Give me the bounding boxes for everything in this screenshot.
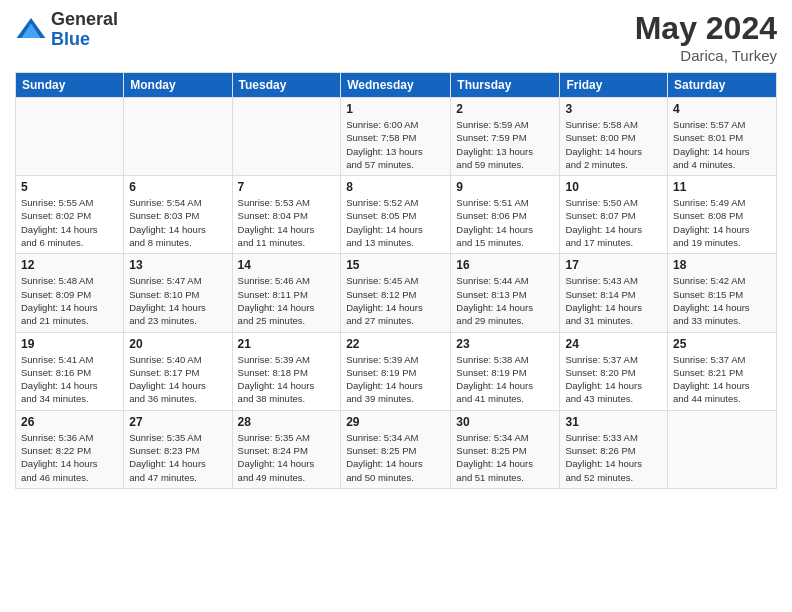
table-row: 2Sunrise: 5:59 AMSunset: 7:59 PMDaylight… bbox=[451, 98, 560, 176]
day-info: Sunrise: 5:44 AMSunset: 8:13 PMDaylight:… bbox=[456, 274, 554, 327]
logo-general-text: General bbox=[51, 10, 118, 30]
day-info: Sunrise: 5:55 AMSunset: 8:02 PMDaylight:… bbox=[21, 196, 118, 249]
table-row: 26Sunrise: 5:36 AMSunset: 8:22 PMDayligh… bbox=[16, 410, 124, 488]
table-row: 7Sunrise: 5:53 AMSunset: 8:04 PMDaylight… bbox=[232, 176, 341, 254]
day-number: 20 bbox=[129, 337, 226, 351]
table-row: 3Sunrise: 5:58 AMSunset: 8:00 PMDaylight… bbox=[560, 98, 668, 176]
day-number: 17 bbox=[565, 258, 662, 272]
day-number: 23 bbox=[456, 337, 554, 351]
day-number: 27 bbox=[129, 415, 226, 429]
table-row: 8Sunrise: 5:52 AMSunset: 8:05 PMDaylight… bbox=[341, 176, 451, 254]
table-row: 18Sunrise: 5:42 AMSunset: 8:15 PMDayligh… bbox=[668, 254, 777, 332]
table-row: 15Sunrise: 5:45 AMSunset: 8:12 PMDayligh… bbox=[341, 254, 451, 332]
calendar-header-row: Sunday Monday Tuesday Wednesday Thursday… bbox=[16, 73, 777, 98]
day-info: Sunrise: 5:36 AMSunset: 8:22 PMDaylight:… bbox=[21, 431, 118, 484]
day-number: 14 bbox=[238, 258, 336, 272]
day-number: 25 bbox=[673, 337, 771, 351]
location: Darica, Turkey bbox=[635, 47, 777, 64]
logo-text: General Blue bbox=[51, 10, 118, 50]
table-row: 19Sunrise: 5:41 AMSunset: 8:16 PMDayligh… bbox=[16, 332, 124, 410]
day-number: 4 bbox=[673, 102, 771, 116]
table-row: 4Sunrise: 5:57 AMSunset: 8:01 PMDaylight… bbox=[668, 98, 777, 176]
day-number: 24 bbox=[565, 337, 662, 351]
calendar-week-row: 19Sunrise: 5:41 AMSunset: 8:16 PMDayligh… bbox=[16, 332, 777, 410]
table-row: 30Sunrise: 5:34 AMSunset: 8:25 PMDayligh… bbox=[451, 410, 560, 488]
day-number: 6 bbox=[129, 180, 226, 194]
day-info: Sunrise: 5:59 AMSunset: 7:59 PMDaylight:… bbox=[456, 118, 554, 171]
day-number: 16 bbox=[456, 258, 554, 272]
day-info: Sunrise: 5:47 AMSunset: 8:10 PMDaylight:… bbox=[129, 274, 226, 327]
day-info: Sunrise: 5:34 AMSunset: 8:25 PMDaylight:… bbox=[456, 431, 554, 484]
day-number: 8 bbox=[346, 180, 445, 194]
day-info: Sunrise: 5:42 AMSunset: 8:15 PMDaylight:… bbox=[673, 274, 771, 327]
day-info: Sunrise: 5:37 AMSunset: 8:21 PMDaylight:… bbox=[673, 353, 771, 406]
day-info: Sunrise: 5:35 AMSunset: 8:23 PMDaylight:… bbox=[129, 431, 226, 484]
day-number: 12 bbox=[21, 258, 118, 272]
day-info: Sunrise: 5:46 AMSunset: 8:11 PMDaylight:… bbox=[238, 274, 336, 327]
table-row: 9Sunrise: 5:51 AMSunset: 8:06 PMDaylight… bbox=[451, 176, 560, 254]
day-info: Sunrise: 5:57 AMSunset: 8:01 PMDaylight:… bbox=[673, 118, 771, 171]
day-info: Sunrise: 5:39 AMSunset: 8:18 PMDaylight:… bbox=[238, 353, 336, 406]
title-block: May 2024 Darica, Turkey bbox=[635, 10, 777, 64]
day-info: Sunrise: 5:51 AMSunset: 8:06 PMDaylight:… bbox=[456, 196, 554, 249]
day-info: Sunrise: 5:39 AMSunset: 8:19 PMDaylight:… bbox=[346, 353, 445, 406]
table-row: 25Sunrise: 5:37 AMSunset: 8:21 PMDayligh… bbox=[668, 332, 777, 410]
col-thursday: Thursday bbox=[451, 73, 560, 98]
calendar-week-row: 12Sunrise: 5:48 AMSunset: 8:09 PMDayligh… bbox=[16, 254, 777, 332]
day-info: Sunrise: 5:58 AMSunset: 8:00 PMDaylight:… bbox=[565, 118, 662, 171]
day-info: Sunrise: 5:43 AMSunset: 8:14 PMDaylight:… bbox=[565, 274, 662, 327]
day-number: 31 bbox=[565, 415, 662, 429]
day-number: 5 bbox=[21, 180, 118, 194]
table-row: 1Sunrise: 6:00 AMSunset: 7:58 PMDaylight… bbox=[341, 98, 451, 176]
col-sunday: Sunday bbox=[16, 73, 124, 98]
day-number: 21 bbox=[238, 337, 336, 351]
header: General Blue May 2024 Darica, Turkey bbox=[15, 10, 777, 64]
day-number: 2 bbox=[456, 102, 554, 116]
table-row: 29Sunrise: 5:34 AMSunset: 8:25 PMDayligh… bbox=[341, 410, 451, 488]
day-info: Sunrise: 5:50 AMSunset: 8:07 PMDaylight:… bbox=[565, 196, 662, 249]
table-row: 31Sunrise: 5:33 AMSunset: 8:26 PMDayligh… bbox=[560, 410, 668, 488]
table-row: 12Sunrise: 5:48 AMSunset: 8:09 PMDayligh… bbox=[16, 254, 124, 332]
table-row: 16Sunrise: 5:44 AMSunset: 8:13 PMDayligh… bbox=[451, 254, 560, 332]
table-row bbox=[124, 98, 232, 176]
day-info: Sunrise: 5:38 AMSunset: 8:19 PMDaylight:… bbox=[456, 353, 554, 406]
day-number: 11 bbox=[673, 180, 771, 194]
table-row bbox=[232, 98, 341, 176]
table-row: 13Sunrise: 5:47 AMSunset: 8:10 PMDayligh… bbox=[124, 254, 232, 332]
day-number: 30 bbox=[456, 415, 554, 429]
day-number: 28 bbox=[238, 415, 336, 429]
table-row: 24Sunrise: 5:37 AMSunset: 8:20 PMDayligh… bbox=[560, 332, 668, 410]
day-number: 13 bbox=[129, 258, 226, 272]
day-info: Sunrise: 5:54 AMSunset: 8:03 PMDaylight:… bbox=[129, 196, 226, 249]
day-number: 3 bbox=[565, 102, 662, 116]
day-info: Sunrise: 5:40 AMSunset: 8:17 PMDaylight:… bbox=[129, 353, 226, 406]
day-number: 18 bbox=[673, 258, 771, 272]
calendar-week-row: 1Sunrise: 6:00 AMSunset: 7:58 PMDaylight… bbox=[16, 98, 777, 176]
table-row: 20Sunrise: 5:40 AMSunset: 8:17 PMDayligh… bbox=[124, 332, 232, 410]
table-row: 27Sunrise: 5:35 AMSunset: 8:23 PMDayligh… bbox=[124, 410, 232, 488]
day-info: Sunrise: 5:35 AMSunset: 8:24 PMDaylight:… bbox=[238, 431, 336, 484]
day-number: 15 bbox=[346, 258, 445, 272]
day-number: 26 bbox=[21, 415, 118, 429]
table-row: 5Sunrise: 5:55 AMSunset: 8:02 PMDaylight… bbox=[16, 176, 124, 254]
day-info: Sunrise: 5:41 AMSunset: 8:16 PMDaylight:… bbox=[21, 353, 118, 406]
table-row: 14Sunrise: 5:46 AMSunset: 8:11 PMDayligh… bbox=[232, 254, 341, 332]
table-row bbox=[668, 410, 777, 488]
table-row: 22Sunrise: 5:39 AMSunset: 8:19 PMDayligh… bbox=[341, 332, 451, 410]
day-number: 29 bbox=[346, 415, 445, 429]
day-info: Sunrise: 6:00 AMSunset: 7:58 PMDaylight:… bbox=[346, 118, 445, 171]
day-info: Sunrise: 5:53 AMSunset: 8:04 PMDaylight:… bbox=[238, 196, 336, 249]
table-row: 6Sunrise: 5:54 AMSunset: 8:03 PMDaylight… bbox=[124, 176, 232, 254]
logo: General Blue bbox=[15, 10, 118, 50]
day-info: Sunrise: 5:37 AMSunset: 8:20 PMDaylight:… bbox=[565, 353, 662, 406]
day-number: 7 bbox=[238, 180, 336, 194]
day-info: Sunrise: 5:48 AMSunset: 8:09 PMDaylight:… bbox=[21, 274, 118, 327]
col-monday: Monday bbox=[124, 73, 232, 98]
day-info: Sunrise: 5:52 AMSunset: 8:05 PMDaylight:… bbox=[346, 196, 445, 249]
table-row: 21Sunrise: 5:39 AMSunset: 8:18 PMDayligh… bbox=[232, 332, 341, 410]
col-tuesday: Tuesday bbox=[232, 73, 341, 98]
day-number: 10 bbox=[565, 180, 662, 194]
calendar-week-row: 26Sunrise: 5:36 AMSunset: 8:22 PMDayligh… bbox=[16, 410, 777, 488]
day-info: Sunrise: 5:45 AMSunset: 8:12 PMDaylight:… bbox=[346, 274, 445, 327]
day-info: Sunrise: 5:34 AMSunset: 8:25 PMDaylight:… bbox=[346, 431, 445, 484]
